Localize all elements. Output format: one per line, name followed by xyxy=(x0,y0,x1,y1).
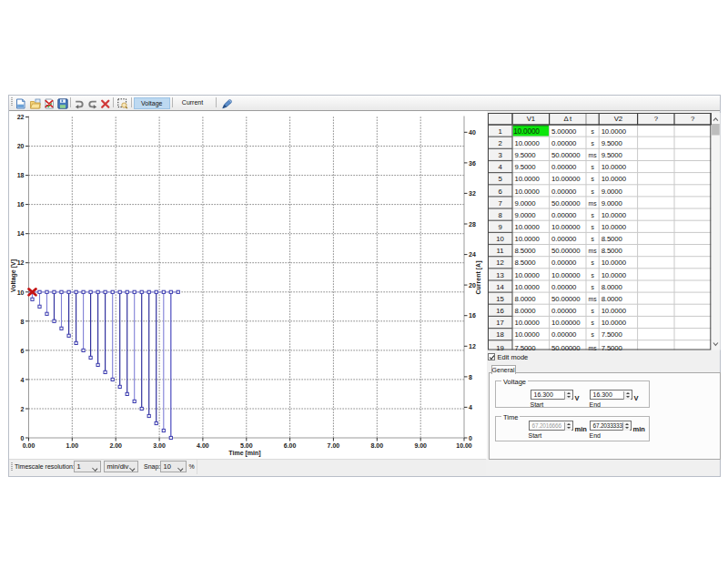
svg-text:13: 13 xyxy=(496,271,503,279)
svg-text:s: s xyxy=(591,224,594,230)
svg-text:4: 4 xyxy=(21,377,25,383)
svg-text:0.00000: 0.00000 xyxy=(551,211,577,219)
svg-text:s: s xyxy=(591,259,594,266)
svg-text:8.5000: 8.5000 xyxy=(515,259,537,267)
svg-text:7.5000: 7.5000 xyxy=(515,344,537,350)
svg-text:V1: V1 xyxy=(527,115,535,123)
svg-text:s: s xyxy=(591,272,594,279)
svg-text:12: 12 xyxy=(469,343,476,350)
svg-text:10.0000: 10.0000 xyxy=(515,319,541,327)
svg-text:16: 16 xyxy=(17,201,25,208)
svg-text:18: 18 xyxy=(496,330,503,339)
svg-text:s: s xyxy=(591,331,594,338)
svg-text:10.0000: 10.0000 xyxy=(515,223,541,231)
svg-text:s: s xyxy=(591,164,594,170)
svg-text:8.5000: 8.5000 xyxy=(602,247,623,255)
svg-text:10.00000: 10.00000 xyxy=(551,175,581,183)
svg-text:7: 7 xyxy=(498,199,501,208)
svg-text:6: 6 xyxy=(498,188,501,196)
svg-text:10.00: 10.00 xyxy=(456,442,472,449)
svg-text:9.00: 9.00 xyxy=(414,442,427,449)
svg-text:50.00000: 50.00000 xyxy=(551,199,581,208)
svg-text:22: 22 xyxy=(17,114,25,120)
svg-text:10: 10 xyxy=(17,289,25,296)
svg-text:8.5000: 8.5000 xyxy=(602,235,623,243)
svg-text:s: s xyxy=(591,308,594,314)
svg-text:10.0000: 10.0000 xyxy=(515,175,541,183)
svg-text:8.0000: 8.0000 xyxy=(515,295,537,303)
svg-text:40: 40 xyxy=(469,129,476,136)
svg-text:Voltage [V]: Voltage [V] xyxy=(10,259,17,292)
svg-text:1.00: 1.00 xyxy=(66,442,78,449)
svg-text:10.00000: 10.00000 xyxy=(551,223,581,231)
svg-text:12: 12 xyxy=(496,259,503,267)
svg-text:9.0000: 9.0000 xyxy=(515,211,537,219)
svg-text:10.0000: 10.0000 xyxy=(602,127,627,136)
svg-text:2.00: 2.00 xyxy=(109,442,122,449)
svg-text:16: 16 xyxy=(469,312,476,319)
svg-text:ms: ms xyxy=(589,296,598,302)
svg-text:6.00: 6.00 xyxy=(284,442,297,449)
svg-text:ms: ms xyxy=(589,152,598,158)
svg-text:s: s xyxy=(591,128,594,135)
svg-text:0.00000: 0.00000 xyxy=(551,139,577,147)
svg-text:10.0000: 10.0000 xyxy=(515,271,541,279)
svg-text:Time [min]: Time [min] xyxy=(228,450,260,457)
svg-text:10.0000: 10.0000 xyxy=(602,307,627,315)
svg-text:7.5000: 7.5000 xyxy=(602,344,623,350)
svg-text:8: 8 xyxy=(498,211,501,219)
svg-text:0: 0 xyxy=(21,435,25,441)
svg-text:8: 8 xyxy=(469,374,472,380)
svg-text:ms: ms xyxy=(589,345,598,350)
svg-text:ms: ms xyxy=(589,248,598,254)
svg-text:0.00000: 0.00000 xyxy=(551,307,577,315)
svg-text:20: 20 xyxy=(17,143,25,149)
svg-text:Current [A]: Current [A] xyxy=(475,261,482,295)
svg-text:9.0000: 9.0000 xyxy=(602,199,623,208)
svg-text:0: 0 xyxy=(469,435,472,441)
svg-text:2: 2 xyxy=(21,406,25,412)
svg-text:4: 4 xyxy=(469,404,472,411)
svg-text:50.00000: 50.00000 xyxy=(551,344,581,350)
svg-text:s: s xyxy=(591,188,594,195)
svg-text:10.0000: 10.0000 xyxy=(602,319,627,327)
svg-text:14: 14 xyxy=(496,283,504,291)
svg-text:8.0000: 8.0000 xyxy=(602,283,623,291)
svg-text:8: 8 xyxy=(21,319,25,325)
svg-text:18: 18 xyxy=(17,172,25,178)
svg-text:3: 3 xyxy=(498,151,501,159)
svg-text:8.0000: 8.0000 xyxy=(515,307,537,315)
svg-text:36: 36 xyxy=(469,160,476,167)
svg-text:0.00000: 0.00000 xyxy=(551,235,577,243)
svg-text:5.00: 5.00 xyxy=(240,442,253,449)
svg-text:32: 32 xyxy=(469,190,476,197)
svg-text:24: 24 xyxy=(469,251,476,258)
svg-text:0.00000: 0.00000 xyxy=(551,283,577,291)
svg-text:3.00: 3.00 xyxy=(153,442,166,449)
svg-text:ms: ms xyxy=(589,200,598,207)
svg-text:9.0000: 9.0000 xyxy=(602,188,623,196)
svg-text:28: 28 xyxy=(469,221,476,228)
svg-text:0.00000: 0.00000 xyxy=(551,188,577,196)
svg-text:10.0000: 10.0000 xyxy=(602,271,627,279)
svg-text:19: 19 xyxy=(496,344,503,350)
svg-text:8.5000: 8.5000 xyxy=(515,247,537,255)
svg-text:s: s xyxy=(591,176,594,182)
svg-text:10.0000: 10.0000 xyxy=(602,211,627,219)
svg-text:0.00000: 0.00000 xyxy=(551,330,577,339)
svg-text:1: 1 xyxy=(498,127,501,136)
svg-text:8.0000: 8.0000 xyxy=(602,295,623,303)
svg-text:10.0000: 10.0000 xyxy=(515,330,541,339)
svg-text:15: 15 xyxy=(496,295,504,303)
svg-text:12: 12 xyxy=(17,259,25,266)
svg-text:10.0000: 10.0000 xyxy=(602,163,627,171)
svg-text:9.5000: 9.5000 xyxy=(515,151,537,159)
svg-text:5.00000: 5.00000 xyxy=(551,127,577,136)
svg-text:8.00: 8.00 xyxy=(370,442,383,449)
svg-text:16: 16 xyxy=(496,307,503,315)
svg-text:s: s xyxy=(591,284,594,290)
svg-text:V2: V2 xyxy=(614,115,622,123)
svg-text:50.00000: 50.00000 xyxy=(551,295,581,303)
svg-text:10.00000: 10.00000 xyxy=(551,271,581,279)
svg-text:10.0000: 10.0000 xyxy=(602,175,627,183)
